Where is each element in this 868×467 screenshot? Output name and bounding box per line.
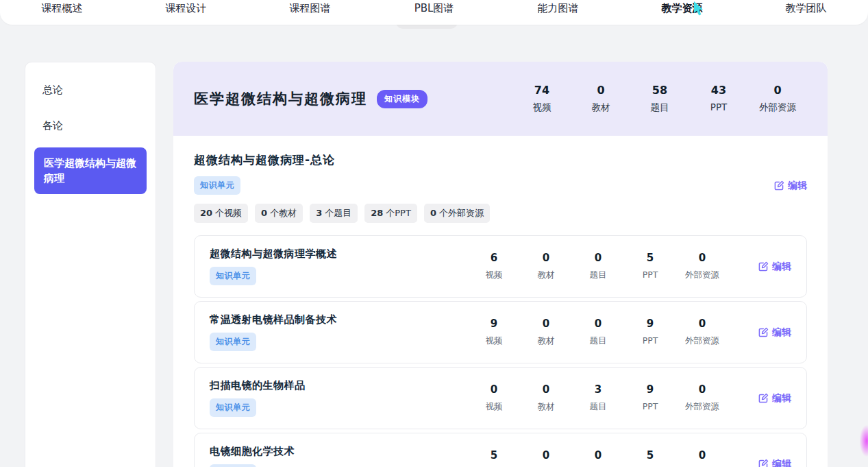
row-title-group: 扫描电镜的生物样品 知识单元: [210, 379, 468, 417]
stat-textbooks: 0教材: [520, 449, 572, 467]
stat-external: 0 外部资源: [748, 84, 807, 114]
stat-questions: 3题目: [572, 383, 624, 413]
row-edit-button[interactable]: 编辑: [758, 458, 791, 467]
module-title-group: 医学超微结构与超微病理 知识模块: [194, 89, 512, 108]
stat-external: 0外部资源: [676, 449, 728, 467]
row-title: 超微结构与超微病理学概述: [210, 248, 468, 261]
stat-textbooks: 0教材: [520, 318, 572, 347]
module-type-badge: 知识模块: [377, 90, 427, 108]
resource-row: 扫描电镜的生物样品 知识单元 0视频 0教材 3题目 9PPT 0外部资源 编辑: [194, 367, 807, 429]
stat-external: 0外部资源: [676, 252, 728, 281]
stat-questions: 0题目: [572, 318, 624, 347]
stat-label: PPT: [689, 101, 748, 112]
row-edit-wrap: 编辑: [728, 326, 791, 339]
knowledge-unit-badge: 知识单元: [210, 464, 256, 467]
summary-pill-questions: 3个题目: [310, 204, 358, 223]
sidebar: 总论 各论 医学超微结构与超微病理: [25, 62, 156, 467]
row-title: 电镜细胞化学技术: [210, 445, 468, 458]
row-title: 扫描电镜的生物样品: [210, 379, 468, 392]
nav-item-ability-map[interactable]: 能力图谱: [496, 0, 620, 15]
edit-label: 编辑: [772, 261, 791, 273]
edit-icon: [758, 261, 769, 272]
stat-value: 58: [630, 84, 689, 97]
row-edit-button[interactable]: 编辑: [758, 392, 791, 405]
row-edit-button[interactable]: 编辑: [758, 326, 791, 339]
knowledge-unit-badge: 知识单元: [210, 398, 256, 417]
stat-ppt: 5PPT: [624, 449, 676, 467]
stat-videos: 74 视频: [512, 84, 571, 114]
module-stats: 74 视频 0 教材 58 题目 43 PPT 0 外部资源: [512, 84, 807, 114]
row-stats: 0视频 0教材 3题目 9PPT 0外部资源: [468, 383, 728, 413]
row-edit-button[interactable]: 编辑: [758, 261, 791, 273]
row-title: 常温透射电镜样品制备技术: [210, 313, 468, 326]
module-header: 医学超微结构与超微病理 知识模块 74 视频 0 教材 58 题目 43 PPT…: [173, 62, 828, 136]
stat-label: 外部资源: [748, 101, 807, 114]
resource-row-list: 超微结构与超微病理学概述 知识单元 6视频 0教材 0题目 5PPT 0外部资源…: [194, 235, 807, 467]
edit-icon: [758, 393, 769, 403]
edit-icon: [758, 459, 769, 467]
stat-ppt: 43 PPT: [689, 84, 748, 114]
resource-row: 常温透射电镜样品制备技术 知识单元 9视频 0教材 0题目 9PPT 0外部资源…: [194, 301, 807, 363]
knowledge-unit-badge: 知识单元: [210, 333, 256, 351]
edit-label: 编辑: [772, 392, 791, 405]
stat-questions: 0题目: [572, 449, 624, 467]
nav-item-teaching-resources[interactable]: 教学资源: [620, 0, 744, 15]
stat-ppt: 5PPT: [624, 252, 676, 281]
nav-item-course-map[interactable]: 课程图谱: [248, 0, 372, 15]
section-subrow: 知识单元 编辑: [194, 176, 807, 195]
stat-external: 0外部资源: [676, 383, 728, 413]
row-stats: 6视频 0教材 0题目 5PPT 0外部资源: [468, 252, 728, 281]
stat-questions: 58 题目: [630, 84, 689, 114]
stat-value: 0: [748, 84, 807, 97]
stat-label: 教材: [571, 101, 630, 114]
knowledge-unit-badge: 知识单元: [194, 176, 240, 195]
stat-textbooks: 0 教材: [571, 84, 630, 114]
row-title-group: 超微结构与超微病理学概述 知识单元: [210, 248, 468, 285]
stat-value: 74: [512, 84, 571, 97]
stat-videos: 5视频: [468, 449, 520, 467]
summary-pill-ppt: 28个PPT: [364, 204, 417, 223]
top-navigation: 课程概述 课程设计 课程图谱 PBL图谱 能力图谱 教学资源 教学团队: [0, 0, 868, 25]
resource-row: 超微结构与超微病理学概述 知识单元 6视频 0教材 0题目 5PPT 0外部资源…: [194, 235, 807, 298]
stat-ppt: 9PPT: [624, 383, 676, 413]
summary-pill-row: 20个视频 0个教材 3个题目 28个PPT 0个外部资源: [194, 204, 807, 223]
row-title-group: 电镜细胞化学技术 知识单元: [210, 445, 468, 467]
row-title-group: 常温透射电镜样品制备技术 知识单元: [210, 313, 468, 351]
row-edit-wrap: 编辑: [728, 392, 791, 405]
edit-label: 编辑: [772, 458, 791, 467]
nav-item-pbl-map[interactable]: PBL图谱: [372, 0, 496, 15]
stat-videos: 9视频: [468, 318, 520, 347]
pink-glow-edge-decoration: [857, 420, 868, 462]
stat-label: 视频: [512, 101, 571, 114]
nav-item-teaching-team[interactable]: 教学团队: [744, 0, 868, 15]
summary-pill-textbooks: 0个教材: [255, 204, 303, 223]
stat-textbooks: 0教材: [520, 383, 572, 413]
stat-textbooks: 0教材: [520, 252, 572, 281]
sidebar-item-specific[interactable]: 各论: [34, 108, 147, 143]
row-edit-wrap: 编辑: [728, 458, 791, 467]
edit-label: 编辑: [772, 326, 791, 339]
sidebar-item-general[interactable]: 总论: [34, 72, 147, 108]
nav-item-course-design[interactable]: 课程设计: [124, 0, 248, 15]
section-body: 超微结构与超微病理-总论 知识单元 编辑 20个视频 0个教材 3个题目 28个…: [173, 136, 828, 467]
mouse-cursor-icon: [693, 1, 704, 19]
stat-videos: 6视频: [468, 252, 520, 281]
sidebar-item-ultrastructure[interactable]: 医学超微结构与超微病理: [34, 147, 147, 194]
stat-value: 0: [571, 84, 630, 97]
summary-pill-videos: 20个视频: [194, 204, 248, 223]
resource-row: 电镜细胞化学技术 知识单元 5视频 0教材 0题目 5PPT 0外部资源 编辑: [194, 433, 807, 467]
stat-value: 43: [689, 84, 748, 97]
row-edit-wrap: 编辑: [728, 261, 791, 273]
edit-label: 编辑: [788, 180, 807, 192]
stat-external: 0外部资源: [676, 318, 728, 347]
module-title: 医学超微结构与超微病理: [194, 89, 367, 108]
stat-questions: 0题目: [572, 252, 624, 281]
section-edit-button[interactable]: 编辑: [774, 180, 807, 192]
nav-item-course-overview[interactable]: 课程概述: [0, 0, 124, 15]
section-title: 超微结构与超微病理-总论: [194, 152, 807, 168]
knowledge-unit-badge: 知识单元: [210, 267, 256, 285]
edit-icon: [774, 180, 784, 191]
stat-label: 题目: [630, 101, 689, 114]
stat-ppt: 9PPT: [624, 318, 676, 347]
summary-pill-external: 0个外部资源: [424, 204, 490, 223]
